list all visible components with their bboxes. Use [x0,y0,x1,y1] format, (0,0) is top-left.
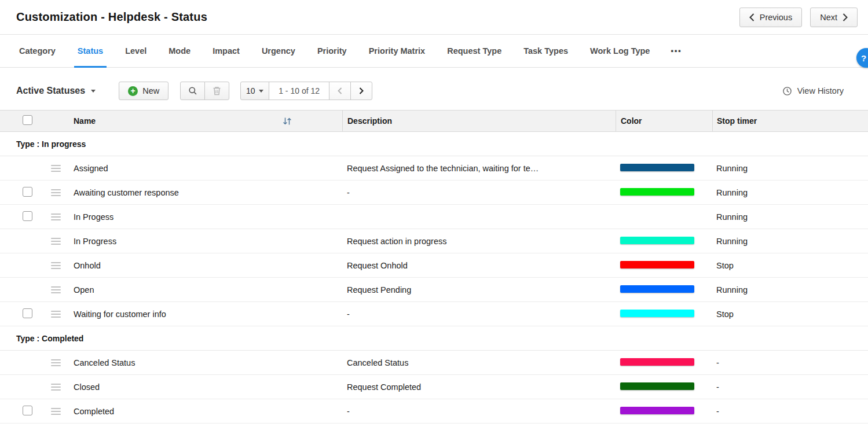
tab-category[interactable]: Category [8,35,67,67]
table-row: OpenRequest PendingRunning [0,278,868,302]
status-name[interactable]: Assigned [68,164,342,173]
row-checkbox[interactable] [23,406,32,415]
drag-handle-icon[interactable] [51,214,61,220]
search-button[interactable] [180,82,205,100]
more-tabs-button[interactable]: ⋯ [661,35,691,67]
table-row: In ProgessRunning [0,205,868,229]
row-checkbox[interactable] [23,187,32,197]
column-header-name[interactable]: Name [68,111,342,131]
column-header-color[interactable]: Color [616,111,712,131]
tab-status[interactable]: Status [67,35,114,67]
status-name[interactable]: In Progess [68,212,342,222]
stop-timer-value: - [712,407,868,416]
drag-handle-icon[interactable] [51,408,61,415]
status-color-bar [620,310,694,317]
drag-handle-icon[interactable] [51,286,61,293]
drag-handle-icon[interactable] [51,238,61,245]
tab-priority[interactable]: Priority [306,35,358,67]
column-header-description[interactable]: Description [342,111,616,131]
drag-handle-icon[interactable] [51,384,61,391]
new-button[interactable]: + New [119,82,169,100]
table-row: AssignedRequest Assigned to the technici… [0,156,868,181]
row-checkbox[interactable] [23,308,32,318]
status-description: Request Completed [342,382,616,392]
caret-down-icon [91,90,96,93]
previous-button[interactable]: Previous [739,8,802,27]
stop-timer-value: Running [712,237,868,246]
status-color-bar [620,382,694,390]
tab-level[interactable]: Level [114,35,158,67]
tab-work-log-type[interactable]: Work Log Type [579,35,661,67]
trash-icon [213,86,221,95]
page-size-dropdown[interactable]: 10 [240,82,269,100]
status-name[interactable]: Completed [68,407,342,416]
status-name[interactable]: Waiting for customer info [68,310,342,319]
tab-bar-items: CategoryStatusLevelModeImpactUrgencyPrio… [8,35,661,67]
header-nav-buttons: Previous Next [739,8,858,27]
tab-priority-matrix[interactable]: Priority Matrix [358,35,437,67]
pagination-group: 10 1 - 10 of 12 [240,82,372,100]
stop-timer-value: Running [712,285,868,295]
drag-handle-icon[interactable] [51,359,61,366]
next-page-button[interactable] [350,82,372,100]
select-all-checkbox[interactable] [23,115,32,125]
delete-button[interactable] [204,82,229,100]
header: Customization - Helpdesk - Status Previo… [0,0,868,35]
select-all-cell [0,115,39,127]
search-delete-group [180,82,229,100]
status-filter-dropdown[interactable]: Active Statuses [16,86,96,96]
previous-page-button[interactable] [329,82,351,100]
tab-bar: CategoryStatusLevelModeImpactUrgencyPrio… [0,35,868,68]
table-row: Waiting for customer info-Stop [0,302,868,326]
next-button[interactable]: Next [810,8,858,27]
status-color-bar [620,407,694,414]
stop-timer-value: Running [712,188,868,197]
view-history-button[interactable]: View History [782,86,844,96]
tab-task-types[interactable]: Task Types [512,35,579,67]
next-button-label: Next [820,13,837,22]
table-body: Type : In progressAssignedRequest Assign… [0,132,868,424]
column-header-stop-timer[interactable]: Stop timer [712,111,868,131]
table-row: OnholdRequest OnholdStop [0,253,868,278]
status-description: Request Assigned to the technician, wait… [342,164,616,173]
status-description: - [342,310,616,319]
status-name[interactable]: Canceled Status [68,358,342,367]
tab-impact[interactable]: Impact [202,35,251,67]
drag-handle-icon[interactable] [51,311,61,318]
tab-mode[interactable]: Mode [158,35,202,67]
table-row: Completed-- [0,399,868,424]
pagination-range: 1 - 10 of 12 [269,82,329,100]
table-header-row: Name Description Color Stop timer [0,110,868,132]
tab-request-type[interactable]: Request Type [436,35,512,67]
status-color-bar [620,164,694,171]
status-name[interactable]: Closed [68,382,342,392]
status-name[interactable]: Awaiting customer response [68,188,342,197]
drag-handle-icon[interactable] [51,165,61,172]
caret-down-icon [259,90,263,93]
sort-icon[interactable] [282,116,292,126]
plus-icon: + [128,86,138,96]
row-checkbox[interactable] [23,211,32,221]
status-color-bar [620,285,694,293]
tab-urgency[interactable]: Urgency [251,35,306,67]
status-filter-label: Active Statuses [16,86,85,96]
status-description: Canceled Status [342,358,616,367]
status-color-bar [620,358,694,366]
chevron-right-icon [843,13,848,21]
status-description: Request action in progress [342,237,616,246]
page-title: Customization - Helpdesk - Status [16,10,207,24]
status-name[interactable]: Open [68,285,342,295]
status-name[interactable]: In Progress [68,237,342,246]
column-header-name-label: Name [74,116,96,126]
stop-timer-value: Stop [712,261,868,270]
status-description: Request Onhold [342,261,616,270]
group-header-row: Type : In progress [0,132,868,156]
stop-timer-value: Stop [712,310,868,319]
stop-timer-value: - [712,358,868,367]
drag-handle-icon[interactable] [51,262,61,269]
help-button[interactable]: ? [856,48,868,68]
drag-handle-icon[interactable] [51,189,61,196]
page-size-value: 10 [246,86,255,95]
status-color-bar [620,261,694,268]
status-name[interactable]: Onhold [68,261,342,270]
